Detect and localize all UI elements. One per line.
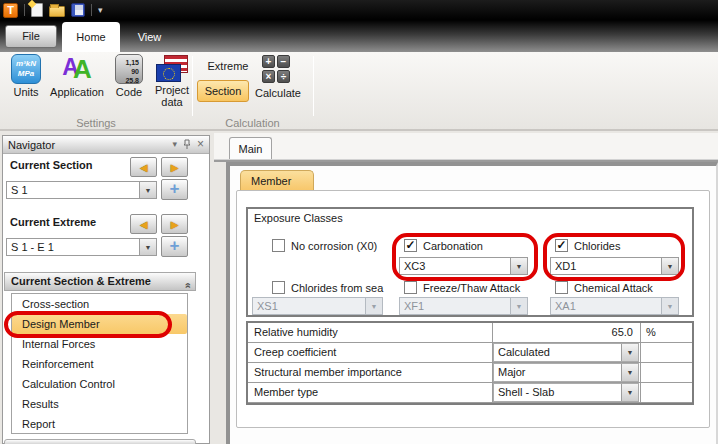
- project-data-button[interactable]: Project data: [150, 54, 194, 108]
- checkbox-no-corrosion[interactable]: [272, 239, 285, 252]
- ribbon-group-divider: [192, 56, 193, 116]
- chevron-down-icon[interactable]: ▼: [139, 239, 156, 255]
- current-extreme-combo[interactable]: S 1 - E 1 ▼: [6, 238, 157, 256]
- member-importance-label: Structural member importance: [254, 366, 402, 378]
- main-tab-row: [214, 133, 718, 159]
- creep-coefficient-label: Creep coefficient: [254, 346, 336, 358]
- checkbox-chemical[interactable]: [555, 281, 568, 294]
- nav-item-calculation-control[interactable]: Calculation Control: [12, 374, 187, 394]
- navigator-title: Navigator: [8, 139, 166, 151]
- checkbox-chlorides[interactable]: ✓: [555, 239, 568, 252]
- collapse-icon[interactable]: »: [178, 282, 195, 288]
- left-arrow-icon: ◀: [140, 162, 148, 173]
- current-section-combo[interactable]: S 1 ▼: [6, 181, 157, 199]
- units-icon-text: MPa: [18, 69, 34, 79]
- close-icon[interactable]: ×: [197, 140, 204, 149]
- chevron-down-icon[interactable]: ▼: [139, 182, 156, 198]
- navigator-header: Navigator ▾ ×: [3, 136, 209, 154]
- multiply-icon: ×: [262, 70, 275, 83]
- right-arrow-icon: ▶: [171, 219, 179, 230]
- relative-humidity-unit: %: [646, 326, 656, 338]
- combo-value: S 1: [11, 182, 138, 198]
- tab-view[interactable]: View: [123, 22, 176, 52]
- nav-item-report[interactable]: Report: [12, 414, 187, 434]
- previous-section-button[interactable]: ◀: [130, 157, 157, 177]
- current-extreme-label: Current Extreme: [10, 216, 96, 228]
- divide-icon: ÷: [277, 70, 290, 83]
- code-icon-text: 90: [116, 67, 139, 76]
- navigator-list: Cross-section Design Member Internal For…: [11, 293, 188, 434]
- nav-item-internal-forces[interactable]: Internal Forces: [12, 334, 187, 354]
- chevron-down-icon[interactable]: ▼: [661, 258, 678, 274]
- current-section-label: Current Section: [10, 159, 93, 171]
- freeze-thaw-label: Freeze/Thaw Attack: [423, 282, 520, 294]
- tab-main[interactable]: Main: [229, 137, 272, 160]
- chevron-down-icon[interactable]: ▼: [510, 258, 527, 274]
- nav-item-results[interactable]: Results: [12, 394, 187, 414]
- code-icon: 1,15 90 25.8: [115, 54, 143, 84]
- combo-value: S 1 - E 1: [11, 239, 138, 255]
- checkbox-chlorides-sea[interactable]: [272, 281, 285, 294]
- table-column-divider: [640, 323, 641, 403]
- nav-item-design-member[interactable]: Design Member: [12, 314, 187, 334]
- checkbox-freeze-thaw[interactable]: [404, 281, 417, 294]
- next-extreme-button[interactable]: ▶: [161, 214, 188, 234]
- calculate-icon: + − × ÷: [262, 55, 291, 84]
- app-logo-icon[interactable]: T: [3, 3, 18, 18]
- ribbon-group-divider: [313, 56, 314, 116]
- no-corrosion-label: No corrosion (X0): [291, 240, 377, 252]
- combo-value: XA1: [555, 298, 660, 314]
- relative-humidity-value[interactable]: 65.0: [493, 326, 633, 338]
- quick-access-dropdown-icon[interactable]: ▾: [98, 5, 103, 15]
- member-type-combo[interactable]: Shell - Slab ▼: [493, 383, 639, 402]
- tab-home[interactable]: Home: [62, 22, 120, 52]
- combo-value: Shell - Slab: [498, 384, 620, 400]
- code-icon-text: 1,15: [116, 58, 139, 67]
- tab-member-data[interactable]: Member Data: [240, 170, 314, 191]
- minus-icon: −: [277, 55, 290, 68]
- chevron-down-icon[interactable]: ▼: [621, 364, 638, 381]
- units-button[interactable]: m³kN MPa Units: [4, 54, 48, 98]
- eu-flag: [156, 64, 181, 82]
- right-arrow-icon: ▶: [171, 162, 179, 173]
- section-extreme-group-header[interactable]: Current Section & Extreme »: [4, 272, 196, 291]
- previous-extreme-button[interactable]: ◀: [130, 214, 157, 234]
- checkmark-icon: ✓: [405, 240, 416, 251]
- carbonation-label: Carbonation: [423, 240, 483, 252]
- calculate-button[interactable]: Calculate: [250, 87, 306, 99]
- table-row: Structural member importance Major ▼: [248, 363, 692, 383]
- nav-item-cross-section[interactable]: Cross-section: [12, 294, 187, 314]
- project-data-icon: [156, 54, 188, 82]
- letter-a-green: A: [73, 54, 92, 84]
- code-label: Code: [108, 86, 150, 98]
- tab-file[interactable]: File: [5, 25, 57, 48]
- checkbox-carbonation[interactable]: ✓: [404, 239, 417, 252]
- pin-icon[interactable]: [183, 139, 191, 151]
- member-importance-combo[interactable]: Major ▼: [493, 363, 639, 382]
- new-document-icon[interactable]: [31, 3, 43, 17]
- add-extreme-button[interactable]: +: [161, 236, 188, 257]
- open-folder-icon[interactable]: [49, 6, 65, 17]
- collapsed-panel-header[interactable]: [4, 439, 196, 444]
- member-properties-table: Relative humidity 65.0 % Creep coefficie…: [246, 321, 694, 405]
- exposure-classes-title: Exposure Classes: [254, 212, 343, 224]
- chevron-down-icon[interactable]: ▼: [621, 384, 638, 401]
- save-icon[interactable]: [71, 3, 85, 17]
- checkmark-icon: ✓: [556, 240, 567, 251]
- nav-item-reinforcement[interactable]: Reinforcement: [12, 354, 187, 374]
- member-type-label: Member type: [254, 386, 318, 398]
- chlorides-class-combo[interactable]: XD1 ▼: [550, 257, 679, 275]
- code-button[interactable]: 1,15 90 25.8 Code: [108, 54, 150, 98]
- settings-group-label: Settings: [0, 117, 192, 129]
- separator: [24, 4, 25, 16]
- carbonation-class-combo[interactable]: XC3 ▼: [399, 257, 528, 275]
- next-section-button[interactable]: ▶: [161, 157, 188, 177]
- add-section-button[interactable]: +: [161, 179, 188, 200]
- plus-icon: +: [262, 55, 275, 68]
- panel-menu-icon[interactable]: ▾: [172, 140, 177, 149]
- section-button[interactable]: Section: [197, 80, 249, 102]
- chevron-down-icon[interactable]: ▼: [621, 344, 638, 361]
- calculation-group-label: Calculation: [192, 117, 313, 129]
- creep-coefficient-combo[interactable]: Calculated ▼: [493, 343, 639, 362]
- application-button[interactable]: A A Application: [48, 54, 106, 98]
